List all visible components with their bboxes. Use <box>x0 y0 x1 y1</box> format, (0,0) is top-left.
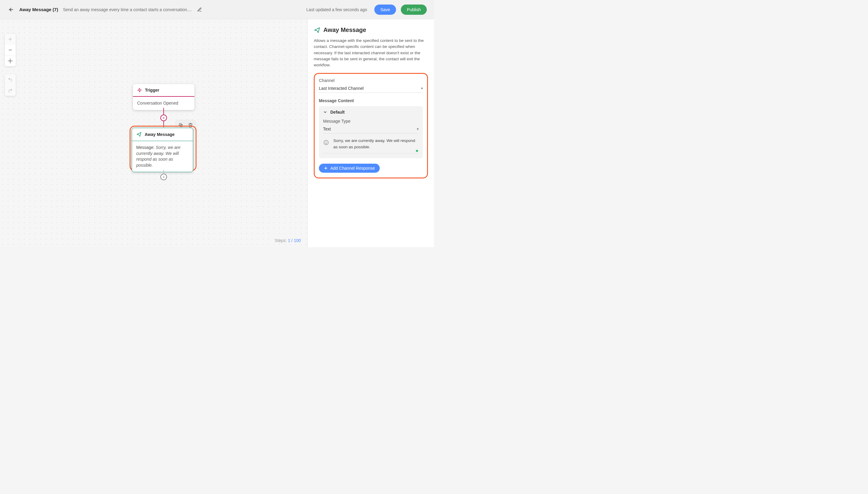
away-message-node[interactable]: Away Message Message: Sorry, we are curr… <box>132 128 193 172</box>
edit-icon[interactable] <box>196 7 202 13</box>
away-node-header: Away Message <box>132 128 193 141</box>
zoom-out-button[interactable] <box>5 44 16 55</box>
history-toolbar <box>5 74 16 96</box>
recenter-button[interactable] <box>5 55 16 66</box>
away-node-title: Away Message <box>144 132 174 137</box>
type-value: Text <box>323 127 331 131</box>
content-label: Message Content <box>319 98 423 103</box>
page-title: Away Message (7) <box>19 7 58 12</box>
svg-point-14 <box>327 142 327 142</box>
trigger-node[interactable]: Trigger Conversation Opened <box>133 84 194 110</box>
channel-label: Channel <box>319 78 423 83</box>
inspector-sidebar: Away Message Allows a message with the s… <box>307 19 434 247</box>
add-channel-response-button[interactable]: Add Channel Response <box>319 164 380 173</box>
chevron-down-icon <box>323 110 327 114</box>
last-updated: Last updated a few seconds ago <box>307 7 367 12</box>
add-step-end-button[interactable]: + <box>160 174 167 180</box>
svg-point-4 <box>9 60 11 62</box>
message-text: Sorry, we are currently away. We will re… <box>333 138 419 150</box>
emoji-icon[interactable] <box>323 139 330 146</box>
workflow-canvas[interactable]: Trigger Conversation Opened + Away Mes <box>0 19 307 247</box>
header-bar: Away Message (7) Send an away message ev… <box>0 0 434 19</box>
svg-point-12 <box>324 140 329 145</box>
sidebar-title: Away Message <box>323 26 366 34</box>
steps-count: 1 / 100 <box>288 238 301 243</box>
send-icon <box>136 132 142 137</box>
zoom-in-button[interactable] <box>5 34 16 44</box>
status-dot <box>416 150 418 152</box>
default-accordion: Default Message Type Text ▾ Sorry, we ar… <box>319 106 423 158</box>
undo-button[interactable] <box>5 74 16 85</box>
lightning-icon <box>137 88 142 93</box>
save-button[interactable]: Save <box>374 4 396 15</box>
inspector-panel: Channel Last Interacted Channel ▾ Messag… <box>314 73 428 178</box>
step-counter: Steps: 1 / 100 <box>275 238 301 243</box>
chevron-down-icon: ▾ <box>417 127 419 131</box>
zoom-toolbar <box>5 34 16 66</box>
svg-marker-9 <box>138 88 141 92</box>
trigger-node-title: Trigger <box>145 88 159 93</box>
svg-point-13 <box>325 142 326 142</box>
type-label: Message Type <box>323 119 419 124</box>
add-channel-response-label: Add Channel Response <box>330 166 375 171</box>
trigger-node-header: Trigger <box>133 84 194 96</box>
steps-label: Steps: <box>275 238 288 243</box>
publish-button[interactable]: Publish <box>401 4 427 15</box>
message-text-input[interactable]: Sorry, we are currently away. We will re… <box>323 138 419 153</box>
plus-icon <box>324 166 328 170</box>
sidebar-title-row: Away Message <box>314 26 428 34</box>
away-node-body: Message: Sorry, we are currently away. W… <box>132 141 193 172</box>
message-label: Message: <box>136 145 156 150</box>
redo-button[interactable] <box>5 85 16 96</box>
accordion-toggle[interactable]: Default <box>323 110 419 115</box>
add-step-button[interactable]: + <box>160 115 167 121</box>
page-description: Send an away message every time a contac… <box>63 7 192 12</box>
channel-value: Last Interacted Channel <box>319 86 364 91</box>
sidebar-description: Allows a message with the specified cont… <box>314 38 428 68</box>
chevron-down-icon: ▾ <box>421 86 423 91</box>
send-icon <box>314 27 321 34</box>
message-type-select[interactable]: Text ▾ <box>323 125 419 134</box>
accordion-title: Default <box>330 110 345 115</box>
back-button[interactable] <box>7 6 15 13</box>
channel-select[interactable]: Last Interacted Channel ▾ <box>319 84 423 93</box>
